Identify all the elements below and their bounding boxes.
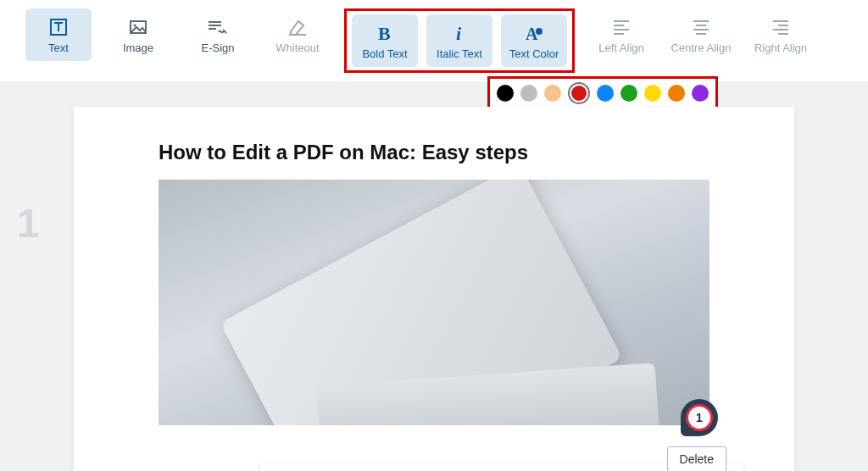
text-tool[interactable]: Text: [25, 8, 92, 61]
svg-text:A: A: [526, 25, 538, 43]
right-align-tool[interactable]: Right Align: [748, 8, 814, 61]
right-align-icon: [771, 16, 790, 38]
document-page: How to Edit a PDF on Mac: Easy steps 1 D…: [74, 107, 794, 471]
image-icon: [128, 16, 148, 38]
italic-label: Italic Text: [437, 47, 482, 60]
workspace: 1 How to Edit a PDF on Mac: Easy steps 1…: [0, 81, 868, 471]
svg-point-2: [134, 24, 136, 26]
text-color-label: Text Color: [509, 47, 559, 60]
annotation-badge[interactable]: 1: [681, 399, 718, 436]
left-align-icon: [612, 16, 631, 38]
text-color-icon: A: [524, 22, 544, 44]
centre-align-icon: [692, 16, 710, 38]
toolbar: Text Image E-Sign Whiteout B Bold Text i: [0, 0, 868, 81]
whiteout-label: Whiteout: [275, 42, 319, 54]
esign-label: E-Sign: [201, 42, 234, 54]
annotation-badge-number: 1: [686, 404, 713, 431]
left-align-tool[interactable]: Left Align: [588, 8, 654, 61]
text-color-tool[interactable]: A Text Color: [501, 14, 567, 67]
italic-icon: i: [451, 22, 468, 44]
whiteout-tool[interactable]: Whiteout: [264, 8, 331, 61]
page-number: 1: [17, 200, 40, 247]
document-image: [159, 180, 709, 425]
formatting-highlight-group: B Bold Text i Italic Text A Text Color: [344, 8, 575, 73]
svg-text:B: B: [378, 23, 391, 43]
svg-point-7: [536, 28, 542, 35]
italic-tool[interactable]: i Italic Text: [426, 14, 492, 67]
document-title: How to Edit a PDF on Mac: Easy steps: [159, 141, 794, 164]
text-icon: [48, 16, 69, 38]
text-label: Text: [48, 42, 69, 54]
bold-label: Bold Text: [362, 47, 407, 60]
centre-align-label: Centre Align: [671, 42, 732, 54]
delete-button[interactable]: Delete: [667, 446, 726, 471]
image-label: Image: [123, 42, 153, 54]
text-edit-block: Delete Bold Italics & Text color: [260, 463, 743, 471]
centre-align-tool[interactable]: Centre Align: [668, 8, 734, 61]
right-align-label: Right Align: [754, 42, 807, 54]
image-tool[interactable]: Image: [105, 8, 171, 61]
esign-tool[interactable]: E-Sign: [185, 8, 251, 61]
bold-tool[interactable]: B Bold Text: [352, 14, 418, 67]
left-align-label: Left Align: [598, 42, 644, 54]
bold-icon: B: [376, 22, 393, 44]
esign-icon: [206, 16, 230, 38]
whiteout-icon: [287, 16, 309, 38]
svg-text:i: i: [456, 23, 462, 43]
